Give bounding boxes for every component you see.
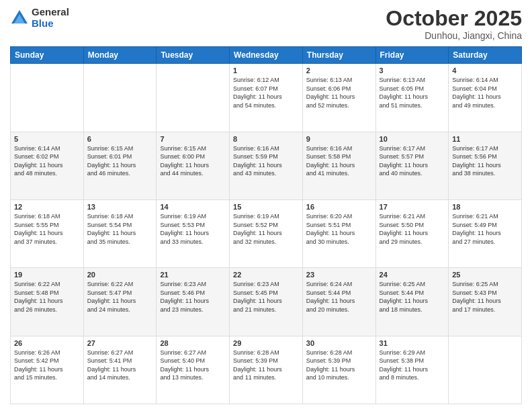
day-number: 9 (306, 135, 372, 143)
title-block: October 2025 Dunhou, Jiangxi, China (386, 7, 522, 41)
calendar-cell: 23Sunrise: 6:24 AM Sunset: 5:44 PM Dayli… (302, 268, 375, 336)
week-row-2: 5Sunrise: 6:14 AM Sunset: 6:02 PM Daylig… (11, 132, 522, 199)
calendar-cell: 1Sunrise: 6:12 AM Sunset: 6:07 PM Daylig… (230, 64, 303, 132)
location-subtitle: Dunhou, Jiangxi, China (386, 30, 522, 41)
day-number: 6 (87, 135, 153, 143)
week-row-1: 1Sunrise: 6:12 AM Sunset: 6:07 PM Daylig… (11, 64, 522, 132)
calendar-cell: 30Sunrise: 6:28 AM Sunset: 5:39 PM Dayli… (302, 336, 375, 404)
calendar-cell: 12Sunrise: 6:18 AM Sunset: 5:55 PM Dayli… (11, 199, 84, 267)
logo: General Blue (10, 7, 69, 29)
day-number: 7 (160, 135, 226, 143)
calendar-cell: 9Sunrise: 6:16 AM Sunset: 5:58 PM Daylig… (302, 132, 375, 199)
day-number: 28 (160, 339, 226, 347)
day-number: 1 (233, 66, 299, 75)
calendar-cell: 21Sunrise: 6:23 AM Sunset: 5:46 PM Dayli… (157, 268, 230, 336)
calendar-cell: 19Sunrise: 6:22 AM Sunset: 5:48 PM Dayli… (11, 268, 84, 336)
month-title: October 2025 (386, 7, 522, 30)
cell-content: Sunrise: 6:25 AM Sunset: 5:43 PM Dayligh… (452, 280, 518, 314)
day-number: 14 (160, 203, 226, 211)
calendar-cell: 7Sunrise: 6:15 AM Sunset: 6:00 PM Daylig… (157, 132, 230, 199)
day-number: 30 (306, 339, 372, 347)
cell-content: Sunrise: 6:15 AM Sunset: 6:01 PM Dayligh… (87, 144, 153, 178)
logo-text: General Blue (32, 7, 69, 29)
calendar-cell: 29Sunrise: 6:28 AM Sunset: 5:39 PM Dayli… (230, 336, 303, 404)
cell-content: Sunrise: 6:13 AM Sunset: 6:05 PM Dayligh… (380, 76, 445, 109)
calendar-cell: 27Sunrise: 6:27 AM Sunset: 5:41 PM Dayli… (83, 336, 157, 404)
day-number: 27 (87, 339, 153, 347)
day-number: 13 (87, 203, 153, 211)
day-number: 8 (233, 135, 299, 143)
cell-content: Sunrise: 6:15 AM Sunset: 6:00 PM Dayligh… (160, 144, 226, 178)
logo-general: General (32, 7, 69, 18)
cell-content: Sunrise: 6:17 AM Sunset: 5:56 PM Dayligh… (452, 144, 518, 178)
calendar-cell: 31Sunrise: 6:29 AM Sunset: 5:38 PM Dayli… (375, 336, 449, 404)
day-number: 25 (452, 271, 518, 279)
calendar-cell: 18Sunrise: 6:21 AM Sunset: 5:49 PM Dayli… (449, 199, 522, 267)
cell-content: Sunrise: 6:23 AM Sunset: 5:46 PM Dayligh… (160, 280, 226, 314)
cell-content: Sunrise: 6:26 AM Sunset: 5:42 PM Dayligh… (14, 349, 80, 382)
day-header-tuesday: Tuesday (157, 47, 230, 64)
calendar-cell: 6Sunrise: 6:15 AM Sunset: 6:01 PM Daylig… (83, 132, 157, 199)
day-number: 24 (380, 271, 445, 279)
cell-content: Sunrise: 6:16 AM Sunset: 5:58 PM Dayligh… (306, 144, 372, 178)
day-header-thursday: Thursday (302, 47, 375, 64)
day-number: 16 (306, 203, 372, 211)
cell-content: Sunrise: 6:21 AM Sunset: 5:49 PM Dayligh… (452, 212, 518, 246)
calendar-cell: 22Sunrise: 6:23 AM Sunset: 5:45 PM Dayli… (230, 268, 303, 336)
day-number: 26 (14, 339, 80, 347)
day-header-sunday: Sunday (11, 47, 84, 64)
calendar-cell: 11Sunrise: 6:17 AM Sunset: 5:56 PM Dayli… (449, 132, 522, 199)
cell-content: Sunrise: 6:24 AM Sunset: 5:44 PM Dayligh… (306, 280, 372, 314)
day-number: 31 (380, 339, 445, 347)
cell-content: Sunrise: 6:20 AM Sunset: 5:51 PM Dayligh… (306, 212, 372, 246)
cell-content: Sunrise: 6:19 AM Sunset: 5:53 PM Dayligh… (160, 212, 226, 246)
day-number: 3 (380, 66, 445, 75)
day-number: 15 (233, 203, 299, 211)
day-header-monday: Monday (83, 47, 157, 64)
calendar-cell (11, 64, 84, 132)
calendar-cell: 5Sunrise: 6:14 AM Sunset: 6:02 PM Daylig… (11, 132, 84, 199)
day-header-wednesday: Wednesday (230, 47, 303, 64)
cell-content: Sunrise: 6:14 AM Sunset: 6:02 PM Dayligh… (14, 144, 80, 178)
cell-content: Sunrise: 6:28 AM Sunset: 5:39 PM Dayligh… (306, 349, 372, 382)
cell-content: Sunrise: 6:22 AM Sunset: 5:48 PM Dayligh… (14, 280, 80, 314)
logo-blue-text: Blue (32, 18, 69, 30)
calendar-cell: 20Sunrise: 6:22 AM Sunset: 5:47 PM Dayli… (83, 268, 157, 336)
day-number: 5 (14, 135, 80, 143)
header: General Blue October 2025 Dunhou, Jiangx… (10, 7, 522, 41)
day-number: 10 (380, 135, 445, 143)
calendar-cell: 24Sunrise: 6:25 AM Sunset: 5:44 PM Dayli… (375, 268, 449, 336)
calendar-cell: 25Sunrise: 6:25 AM Sunset: 5:43 PM Dayli… (449, 268, 522, 336)
cell-content: Sunrise: 6:27 AM Sunset: 5:41 PM Dayligh… (87, 349, 153, 382)
calendar-cell: 10Sunrise: 6:17 AM Sunset: 5:57 PM Dayli… (375, 132, 449, 199)
cell-content: Sunrise: 6:16 AM Sunset: 5:59 PM Dayligh… (233, 144, 299, 178)
day-number: 12 (14, 203, 80, 211)
cell-content: Sunrise: 6:17 AM Sunset: 5:57 PM Dayligh… (380, 144, 445, 178)
cell-content: Sunrise: 6:19 AM Sunset: 5:52 PM Dayligh… (233, 212, 299, 246)
calendar-cell (157, 64, 230, 132)
calendar-cell: 16Sunrise: 6:20 AM Sunset: 5:51 PM Dayli… (302, 199, 375, 267)
week-row-4: 19Sunrise: 6:22 AM Sunset: 5:48 PM Dayli… (11, 268, 522, 336)
calendar-cell (449, 336, 522, 404)
week-row-3: 12Sunrise: 6:18 AM Sunset: 5:55 PM Dayli… (11, 199, 522, 267)
day-number: 20 (87, 271, 153, 279)
logo-icon (10, 9, 29, 28)
day-number: 29 (233, 339, 299, 347)
cell-content: Sunrise: 6:18 AM Sunset: 5:54 PM Dayligh… (87, 212, 153, 246)
cell-content: Sunrise: 6:13 AM Sunset: 6:06 PM Dayligh… (306, 76, 372, 109)
calendar-cell (83, 64, 157, 132)
calendar-cell: 13Sunrise: 6:18 AM Sunset: 5:54 PM Dayli… (83, 199, 157, 267)
cell-content: Sunrise: 6:22 AM Sunset: 5:47 PM Dayligh… (87, 280, 153, 314)
day-number: 23 (306, 271, 372, 279)
calendar-cell: 17Sunrise: 6:21 AM Sunset: 5:50 PM Dayli… (375, 199, 449, 267)
days-header-row: SundayMondayTuesdayWednesdayThursdayFrid… (11, 47, 522, 64)
calendar-cell: 15Sunrise: 6:19 AM Sunset: 5:52 PM Dayli… (230, 199, 303, 267)
calendar-cell: 2Sunrise: 6:13 AM Sunset: 6:06 PM Daylig… (302, 64, 375, 132)
calendar-cell: 3Sunrise: 6:13 AM Sunset: 6:05 PM Daylig… (375, 64, 449, 132)
day-number: 22 (233, 271, 299, 279)
cell-content: Sunrise: 6:25 AM Sunset: 5:44 PM Dayligh… (380, 280, 445, 314)
cell-content: Sunrise: 6:18 AM Sunset: 5:55 PM Dayligh… (14, 212, 80, 246)
calendar-cell: 26Sunrise: 6:26 AM Sunset: 5:42 PM Dayli… (11, 336, 84, 404)
day-number: 2 (306, 66, 372, 75)
cell-content: Sunrise: 6:29 AM Sunset: 5:38 PM Dayligh… (380, 349, 445, 382)
